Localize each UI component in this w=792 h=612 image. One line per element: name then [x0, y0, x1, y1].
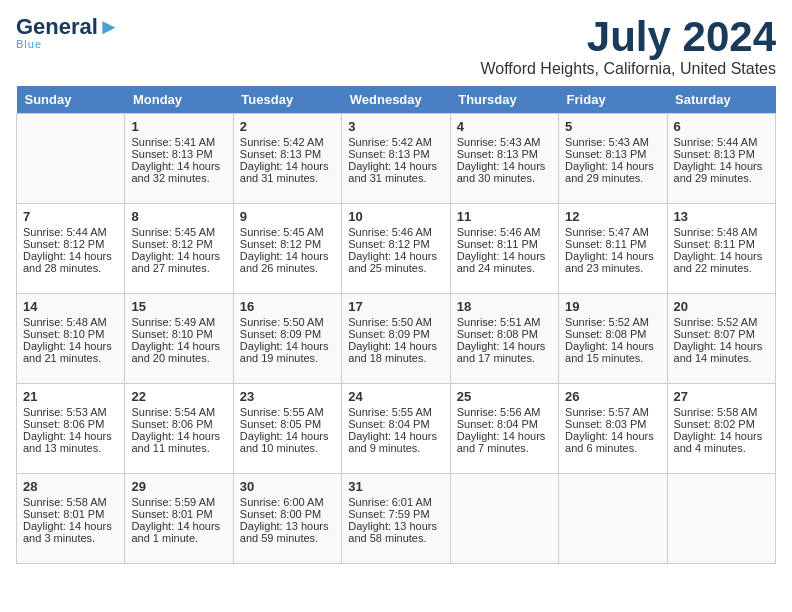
day-number: 11 [457, 209, 552, 224]
day-number: 9 [240, 209, 335, 224]
calendar-cell: 30 Sunrise: 6:00 AM Sunset: 8:00 PM Dayl… [233, 474, 341, 564]
month-title: July 2024 [480, 16, 776, 58]
day-number: 23 [240, 389, 335, 404]
week-row-4: 21 Sunrise: 5:53 AM Sunset: 8:06 PM Dayl… [17, 384, 776, 474]
sunset: Sunset: 8:11 PM [565, 238, 646, 250]
daylight: Daylight: 14 hours and 31 minutes. [240, 160, 329, 184]
sunrise: Sunrise: 5:55 AM [348, 406, 432, 418]
day-header-saturday: Saturday [667, 86, 775, 114]
calendar-cell: 27 Sunrise: 5:58 AM Sunset: 8:02 PM Dayl… [667, 384, 775, 474]
day-header-thursday: Thursday [450, 86, 558, 114]
logo-text: General► [16, 16, 120, 38]
sunrise: Sunrise: 5:46 AM [457, 226, 541, 238]
sunset: Sunset: 8:13 PM [131, 148, 212, 160]
sunrise: Sunrise: 5:44 AM [23, 226, 107, 238]
calendar-cell: 18 Sunrise: 5:51 AM Sunset: 8:08 PM Dayl… [450, 294, 558, 384]
day-header-sunday: Sunday [17, 86, 125, 114]
sunrise: Sunrise: 6:01 AM [348, 496, 432, 508]
calendar-cell: 5 Sunrise: 5:43 AM Sunset: 8:13 PM Dayli… [559, 114, 667, 204]
daylight: Daylight: 14 hours and 24 minutes. [457, 250, 546, 274]
sunrise: Sunrise: 5:45 AM [240, 226, 324, 238]
day-number: 15 [131, 299, 226, 314]
calendar-cell: 26 Sunrise: 5:57 AM Sunset: 8:03 PM Dayl… [559, 384, 667, 474]
calendar-cell [667, 474, 775, 564]
sunset: Sunset: 8:10 PM [131, 328, 212, 340]
day-number: 5 [565, 119, 660, 134]
calendar-cell [17, 114, 125, 204]
calendar-cell: 31 Sunrise: 6:01 AM Sunset: 7:59 PM Dayl… [342, 474, 450, 564]
day-number: 20 [674, 299, 769, 314]
daylight: Daylight: 14 hours and 32 minutes. [131, 160, 220, 184]
calendar-cell: 9 Sunrise: 5:45 AM Sunset: 8:12 PM Dayli… [233, 204, 341, 294]
day-number: 18 [457, 299, 552, 314]
title-block: July 2024 Wofford Heights, California, U… [480, 16, 776, 78]
sunset: Sunset: 8:12 PM [348, 238, 429, 250]
day-number: 31 [348, 479, 443, 494]
daylight: Daylight: 14 hours and 17 minutes. [457, 340, 546, 364]
sunset: Sunset: 8:05 PM [240, 418, 321, 430]
calendar-cell: 15 Sunrise: 5:49 AM Sunset: 8:10 PM Dayl… [125, 294, 233, 384]
day-number: 21 [23, 389, 118, 404]
sunrise: Sunrise: 5:42 AM [348, 136, 432, 148]
calendar-cell: 19 Sunrise: 5:52 AM Sunset: 8:08 PM Dayl… [559, 294, 667, 384]
day-number: 16 [240, 299, 335, 314]
calendar-cell: 3 Sunrise: 5:42 AM Sunset: 8:13 PM Dayli… [342, 114, 450, 204]
calendar-cell: 7 Sunrise: 5:44 AM Sunset: 8:12 PM Dayli… [17, 204, 125, 294]
calendar-cell: 17 Sunrise: 5:50 AM Sunset: 8:09 PM Dayl… [342, 294, 450, 384]
calendar-cell: 14 Sunrise: 5:48 AM Sunset: 8:10 PM Dayl… [17, 294, 125, 384]
day-number: 30 [240, 479, 335, 494]
week-row-3: 14 Sunrise: 5:48 AM Sunset: 8:10 PM Dayl… [17, 294, 776, 384]
sunset: Sunset: 8:12 PM [240, 238, 321, 250]
sunrise: Sunrise: 5:57 AM [565, 406, 649, 418]
daylight: Daylight: 14 hours and 29 minutes. [565, 160, 654, 184]
day-number: 1 [131, 119, 226, 134]
daylight: Daylight: 14 hours and 20 minutes. [131, 340, 220, 364]
sunset: Sunset: 8:12 PM [23, 238, 104, 250]
day-number: 28 [23, 479, 118, 494]
sunset: Sunset: 8:04 PM [457, 418, 538, 430]
daylight: Daylight: 14 hours and 3 minutes. [23, 520, 112, 544]
calendar-cell: 23 Sunrise: 5:55 AM Sunset: 8:05 PM Dayl… [233, 384, 341, 474]
sunset: Sunset: 8:07 PM [674, 328, 755, 340]
sunrise: Sunrise: 5:49 AM [131, 316, 215, 328]
day-number: 8 [131, 209, 226, 224]
sunrise: Sunrise: 5:42 AM [240, 136, 324, 148]
sunset: Sunset: 8:11 PM [674, 238, 755, 250]
week-row-2: 7 Sunrise: 5:44 AM Sunset: 8:12 PM Dayli… [17, 204, 776, 294]
day-header-monday: Monday [125, 86, 233, 114]
sunrise: Sunrise: 5:47 AM [565, 226, 649, 238]
daylight: Daylight: 14 hours and 22 minutes. [674, 250, 763, 274]
sunrise: Sunrise: 5:43 AM [457, 136, 541, 148]
sunset: Sunset: 8:01 PM [23, 508, 104, 520]
sunrise: Sunrise: 5:45 AM [131, 226, 215, 238]
day-number: 26 [565, 389, 660, 404]
daylight: Daylight: 14 hours and 18 minutes. [348, 340, 437, 364]
day-number: 22 [131, 389, 226, 404]
daylight: Daylight: 14 hours and 4 minutes. [674, 430, 763, 454]
logo: General► Blue [16, 16, 120, 50]
daylight: Daylight: 14 hours and 19 minutes. [240, 340, 329, 364]
sunrise: Sunrise: 5:54 AM [131, 406, 215, 418]
day-number: 6 [674, 119, 769, 134]
sunrise: Sunrise: 5:58 AM [23, 496, 107, 508]
sunset: Sunset: 8:03 PM [565, 418, 646, 430]
day-number: 3 [348, 119, 443, 134]
daylight: Daylight: 14 hours and 13 minutes. [23, 430, 112, 454]
daylight: Daylight: 14 hours and 28 minutes. [23, 250, 112, 274]
week-row-5: 28 Sunrise: 5:58 AM Sunset: 8:01 PM Dayl… [17, 474, 776, 564]
day-number: 10 [348, 209, 443, 224]
day-number: 12 [565, 209, 660, 224]
sunrise: Sunrise: 5:52 AM [674, 316, 758, 328]
sunset: Sunset: 8:04 PM [348, 418, 429, 430]
daylight: Daylight: 14 hours and 11 minutes. [131, 430, 220, 454]
calendar-cell: 12 Sunrise: 5:47 AM Sunset: 8:11 PM Dayl… [559, 204, 667, 294]
calendar-cell [559, 474, 667, 564]
sunrise: Sunrise: 5:55 AM [240, 406, 324, 418]
calendar-cell: 16 Sunrise: 5:50 AM Sunset: 8:09 PM Dayl… [233, 294, 341, 384]
sunrise: Sunrise: 5:52 AM [565, 316, 649, 328]
day-header-friday: Friday [559, 86, 667, 114]
sunrise: Sunrise: 5:44 AM [674, 136, 758, 148]
sunset: Sunset: 8:13 PM [240, 148, 321, 160]
calendar-cell: 4 Sunrise: 5:43 AM Sunset: 8:13 PM Dayli… [450, 114, 558, 204]
sunset: Sunset: 8:02 PM [674, 418, 755, 430]
